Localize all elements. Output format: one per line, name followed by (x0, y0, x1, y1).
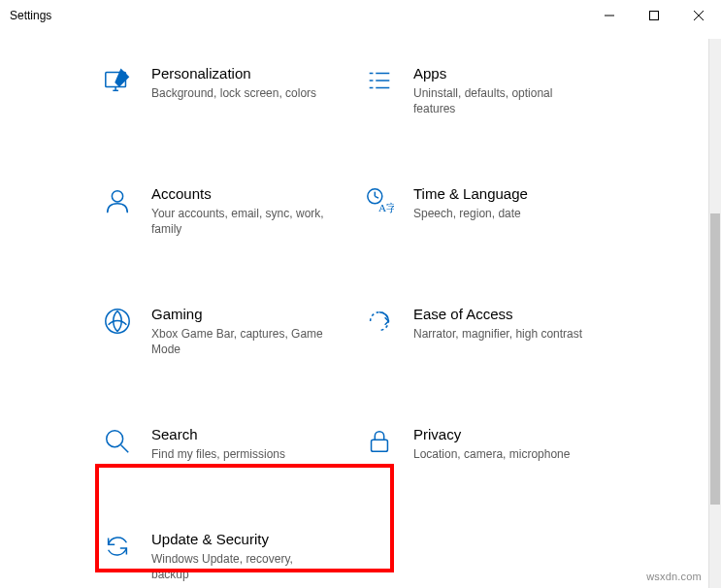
tile-desc: Uninstall, defaults, optional features (413, 85, 588, 116)
tile-search[interactable]: Search Find my files, permissions (97, 419, 359, 468)
svg-rect-1 (650, 12, 659, 20)
tile-title: Gaming (151, 305, 326, 324)
tile-title: Ease of Access (413, 305, 582, 324)
scrollbar-thumb[interactable] (710, 213, 720, 505)
tile-desc: Windows Update, recovery, backup (151, 551, 326, 582)
accounts-icon (101, 184, 134, 217)
tile-title: Apps (413, 64, 588, 83)
tile-title: Privacy (413, 425, 570, 444)
settings-categories: Personalization Background, lock screen,… (97, 58, 682, 588)
svg-rect-21 (372, 440, 388, 451)
minimize-button[interactable] (587, 0, 632, 31)
personalization-icon (101, 64, 134, 97)
ease-of-access-icon (363, 305, 396, 338)
tile-title: Search (151, 425, 285, 444)
tile-privacy[interactable]: Privacy Location, camera, microphone (359, 419, 621, 468)
window-title: Settings (10, 9, 51, 22)
tile-desc: Find my files, permissions (151, 446, 285, 462)
maximize-button[interactable] (632, 0, 676, 31)
tile-desc: Your accounts, email, sync, work, family (151, 206, 326, 237)
tile-desc: Location, camera, microphone (413, 446, 570, 462)
tile-desc: Speech, region, date (413, 206, 528, 221)
tile-desc: Background, lock screen, colors (151, 85, 316, 101)
titlebar: Settings (0, 0, 721, 31)
tile-title: Time & Language (413, 184, 528, 204)
tile-desc: Narrator, magnifier, high contrast (413, 326, 582, 342)
svg-line-20 (121, 445, 129, 453)
tile-personalization[interactable]: Personalization Background, lock screen,… (97, 58, 359, 122)
close-button[interactable] (676, 0, 721, 31)
svg-point-19 (107, 431, 123, 447)
tile-accounts[interactable]: Accounts Your accounts, email, sync, wor… (97, 179, 359, 243)
tile-time-language[interactable]: A字 Time & Language Speech, region, date (359, 179, 621, 243)
tile-gaming[interactable]: Gaming Xbox Game Bar, captures, Game Mod… (97, 299, 359, 363)
gaming-icon (101, 305, 134, 338)
tile-desc: Xbox Game Bar, captures, Game Mode (151, 326, 326, 357)
svg-point-13 (112, 191, 122, 202)
tile-update-security[interactable]: Update & Security Windows Update, recove… (97, 524, 359, 588)
tile-ease-of-access[interactable]: Ease of Access Narrator, magnifier, high… (359, 299, 621, 363)
tile-apps[interactable]: Apps Uninstall, defaults, optional featu… (359, 58, 621, 122)
tile-title: Personalization (151, 64, 316, 83)
tile-title: Accounts (151, 184, 326, 204)
svg-text:A字: A字 (378, 202, 394, 213)
time-language-icon: A字 (363, 184, 396, 217)
svg-line-16 (375, 196, 378, 198)
search-icon (101, 425, 134, 458)
update-security-icon (101, 530, 134, 563)
watermark: wsxdn.com (646, 571, 702, 582)
privacy-icon (363, 425, 396, 458)
tile-title: Update & Security (151, 530, 326, 549)
apps-icon (363, 64, 396, 97)
vertical-scrollbar[interactable] (708, 39, 721, 588)
